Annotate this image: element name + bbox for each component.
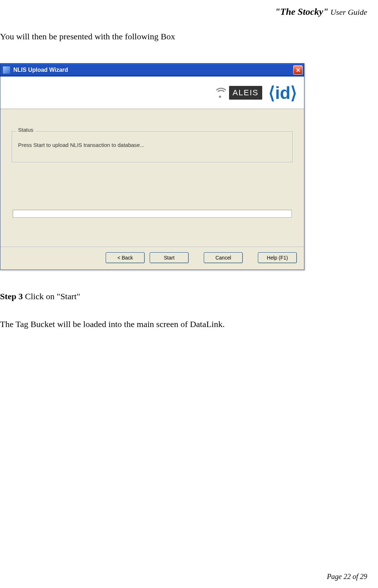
- close-icon: ✕: [296, 67, 300, 74]
- page-footer: Page 22 of 29: [327, 572, 367, 581]
- dialog-title: NLIS Upload Wizard: [13, 67, 293, 73]
- nlis-upload-wizard-dialog: NLIS Upload Wizard ✕ ALEIS ⟨id⟩ Status P…: [0, 63, 304, 270]
- progress-area: [11, 210, 293, 218]
- help-button[interactable]: Help (F1): [258, 252, 297, 263]
- status-message: Press Start to upload NLIS transaction t…: [18, 142, 286, 148]
- aleis-logo: ALEIS: [213, 86, 262, 100]
- step-3-text: Click on "Start": [23, 292, 80, 301]
- status-legend: Status: [16, 127, 36, 133]
- step-3-label: Step 3: [0, 292, 23, 301]
- dialog-button-row: < Back Start Cancel Help (F1): [0, 246, 304, 270]
- aleis-text: ALEIS: [229, 86, 262, 100]
- progress-bar: [13, 210, 292, 218]
- step-3-line: Step 3 Click on "Start": [0, 292, 367, 301]
- dialog-titlebar: NLIS Upload Wizard ✕: [0, 64, 304, 77]
- wireless-icon: [213, 86, 228, 100]
- id-logo-text: ⟨id⟩: [268, 83, 298, 103]
- dialog-banner: ALEIS ⟨id⟩: [0, 77, 304, 109]
- system-icon: [3, 66, 10, 74]
- close-button[interactable]: ✕: [293, 65, 303, 75]
- result-paragraph: The Tag Bucket will be loaded into the m…: [0, 319, 367, 329]
- intro-paragraph: You will then be presented with the foll…: [0, 32, 367, 42]
- brand-name: "The Stocky": [275, 6, 328, 17]
- page-header: "The Stocky" User Guide: [0, 6, 367, 17]
- status-groupbox: Status Press Start to upload NLIS transa…: [11, 131, 293, 163]
- back-button[interactable]: < Back: [106, 252, 145, 263]
- dialog-body: Status Press Start to upload NLIS transa…: [0, 109, 304, 246]
- cancel-button[interactable]: Cancel: [204, 252, 243, 263]
- start-button[interactable]: Start: [150, 252, 189, 263]
- id-logo: ⟨id⟩: [269, 81, 297, 104]
- header-subtitle: User Guide: [328, 8, 367, 17]
